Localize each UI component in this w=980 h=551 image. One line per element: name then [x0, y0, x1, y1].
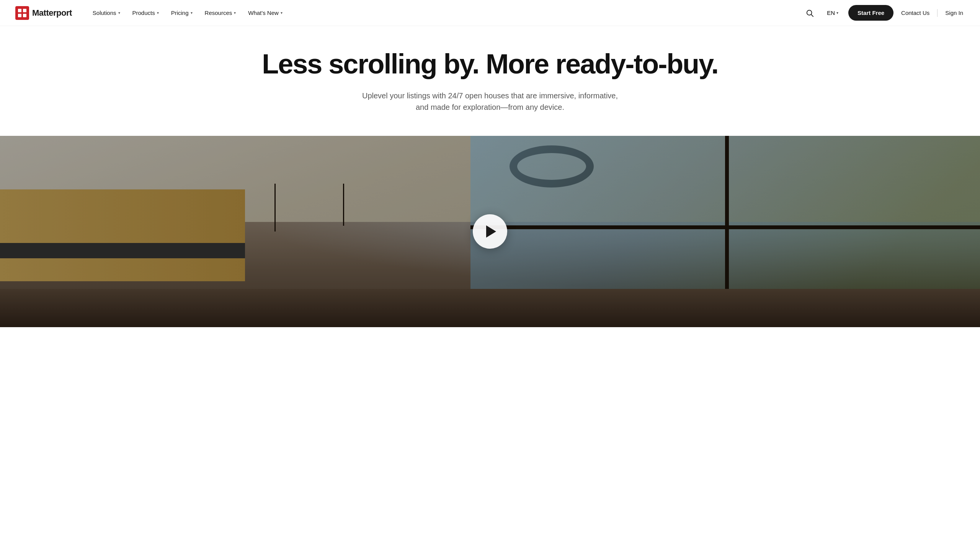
- nav-item-whats-new[interactable]: What's New ▾: [243, 7, 288, 19]
- nav-divider: [937, 9, 938, 17]
- search-button[interactable]: [802, 6, 817, 20]
- play-button-container: [473, 214, 507, 249]
- play-icon: [486, 225, 496, 238]
- nav-item-pricing[interactable]: Pricing ▾: [166, 7, 198, 19]
- play-button[interactable]: [473, 214, 507, 249]
- chevron-down-icon: ▾: [118, 11, 120, 15]
- nav-links: Solutions ▾ Products ▾ Pricing ▾ Resourc…: [87, 7, 802, 19]
- svg-rect-2: [23, 9, 26, 12]
- hero-subtext: Uplevel your listings with 24/7 open hou…: [360, 90, 620, 113]
- logo-icon: [15, 6, 29, 20]
- start-free-button[interactable]: Start Free: [848, 5, 893, 21]
- brand-name: Matterport: [32, 8, 72, 18]
- nav-item-solutions[interactable]: Solutions ▾: [87, 7, 126, 19]
- video-section: [0, 136, 980, 327]
- hero-headline: Less scrolling by. More ready-to-buy.: [8, 49, 972, 79]
- svg-rect-1: [18, 9, 21, 12]
- chevron-down-icon: ▾: [836, 11, 838, 15]
- sign-in-link[interactable]: Sign In: [944, 7, 965, 19]
- chevron-down-icon: ▾: [281, 11, 283, 15]
- nav-item-resources[interactable]: Resources ▾: [199, 7, 242, 19]
- navbar: Matterport Solutions ▾ Products ▾ Pricin…: [0, 0, 980, 26]
- language-selector[interactable]: EN ▾: [823, 7, 842, 19]
- svg-rect-0: [15, 6, 29, 20]
- chevron-down-icon: ▾: [234, 11, 236, 15]
- chevron-down-icon: ▾: [157, 11, 159, 15]
- contact-us-link[interactable]: Contact Us: [900, 7, 931, 19]
- search-icon: [805, 9, 814, 17]
- nav-item-products[interactable]: Products ▾: [127, 7, 164, 19]
- chevron-down-icon: ▾: [191, 11, 193, 15]
- svg-rect-3: [18, 14, 21, 17]
- svg-rect-4: [23, 14, 26, 17]
- nav-right: EN ▾ Start Free Contact Us Sign In: [802, 5, 965, 21]
- brand-logo[interactable]: Matterport: [15, 6, 72, 20]
- svg-line-6: [811, 15, 813, 16]
